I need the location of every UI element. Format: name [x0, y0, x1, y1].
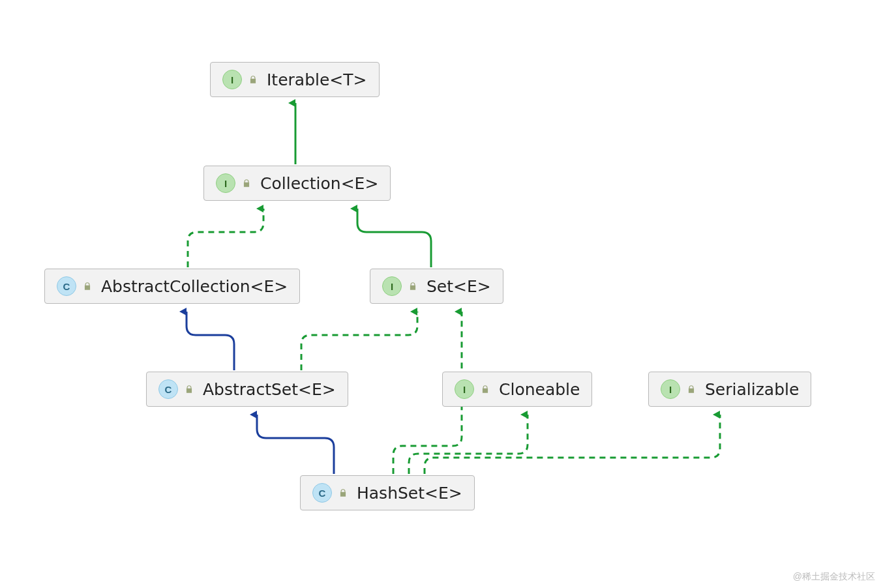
interface-icon: I [661, 379, 680, 399]
node-serializable[interactable]: I Serializable [648, 372, 811, 407]
edge-abstractset-set [301, 312, 417, 370]
edge-hashset-serializable [425, 415, 720, 474]
interface-icon: I [382, 276, 402, 296]
node-label: Serializable [705, 380, 799, 399]
class-icon: C [57, 276, 76, 296]
class-icon: C [158, 379, 178, 399]
node-label: Collection<E> [260, 174, 378, 193]
interface-icon: I [222, 70, 242, 89]
node-label: AbstractCollection<E> [101, 277, 288, 296]
lock-icon [408, 282, 417, 291]
node-label: AbstractSet<E> [203, 380, 336, 399]
node-abstractcollection[interactable]: C AbstractCollection<E> [44, 269, 300, 304]
edge-set-collection [357, 209, 431, 267]
edge-abstractset-abstractcollection [187, 312, 234, 370]
edge-hashset-abstractset [257, 415, 334, 474]
interface-icon: I [216, 173, 235, 193]
class-icon: C [312, 483, 332, 503]
node-iterable[interactable]: I Iterable<T> [210, 62, 380, 97]
lock-icon [242, 179, 251, 188]
node-collection[interactable]: I Collection<E> [203, 166, 391, 201]
edge-abstractcollection-collection [188, 209, 263, 267]
node-label: Set<E> [427, 277, 491, 296]
node-cloneable[interactable]: I Cloneable [442, 372, 592, 407]
lock-icon [248, 75, 258, 84]
watermark: @稀土掘金技术社区 [793, 571, 875, 583]
node-label: HashSet<E> [357, 484, 462, 503]
lock-icon [481, 385, 490, 394]
edge-hashset-cloneable [409, 415, 528, 474]
lock-icon [687, 385, 696, 394]
node-set[interactable]: I Set<E> [370, 269, 503, 304]
interface-icon: I [455, 379, 474, 399]
node-label: Iterable<T> [267, 70, 367, 89]
lock-icon [83, 282, 92, 291]
lock-icon [338, 488, 348, 497]
node-abstractset[interactable]: C AbstractSet<E> [146, 372, 348, 407]
lock-icon [185, 385, 194, 394]
diagram-canvas: I Iterable<T> I Collection<E> C Abstract… [0, 0, 883, 588]
node-hashset[interactable]: C HashSet<E> [300, 475, 475, 510]
node-label: Cloneable [499, 380, 580, 399]
